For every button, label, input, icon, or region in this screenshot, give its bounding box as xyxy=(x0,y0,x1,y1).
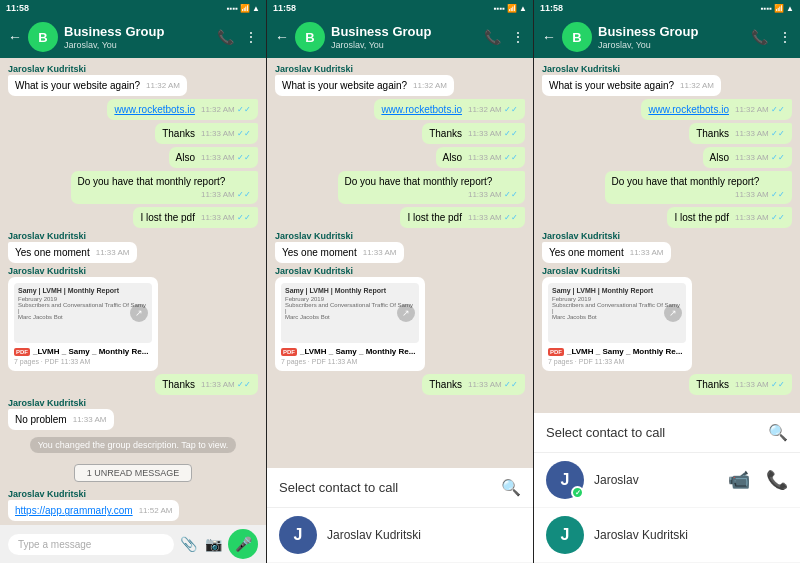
sender-name: Jaroslav Kudritski xyxy=(8,266,158,276)
message-bubble: Also 11:33 AM ✓✓ xyxy=(436,147,525,168)
contact-name: Jaroslav xyxy=(594,473,639,487)
call-icon[interactable]: 📞 xyxy=(751,29,768,45)
attach-icon[interactable]: 📎 xyxy=(180,536,197,552)
message-bubble: Thanks 11:33 AM ✓✓ xyxy=(155,123,258,144)
chat-panel-panel2: 11:58 ▪▪▪▪ 📶 ▲ ← B Business Group Jarosl… xyxy=(267,0,534,563)
doc-title: Samy | LVMH | Monthly Report xyxy=(18,287,148,294)
message-row: Thanks 11:33 AM ✓✓ xyxy=(689,374,792,395)
message-time: 11:33 AM ✓✓ xyxy=(468,153,518,163)
message-row: Thanks 11:33 AM ✓✓ xyxy=(155,123,258,144)
message-time: 11:33 AM xyxy=(630,248,664,258)
message-row: www.rocketbots.io 11:32 AM ✓✓ xyxy=(374,99,525,120)
call-icon[interactable]: 📞 xyxy=(217,29,234,45)
search-icon[interactable]: 🔍 xyxy=(768,423,788,442)
contact-avatar: J xyxy=(546,516,584,554)
header-actions: 📞 ⋮ xyxy=(751,29,792,45)
menu-icon[interactable]: ⋮ xyxy=(778,29,792,45)
doc-desc2: Marc Jacobs Bot xyxy=(18,314,148,320)
doc-desc2: Marc Jacobs Bot xyxy=(552,314,682,320)
contact-action-1[interactable]: 📞 xyxy=(766,469,788,491)
document-bubble[interactable]: Samy | LVMH | Monthly Report February 20… xyxy=(8,277,158,371)
message-time: 11:33 AM ✓✓ xyxy=(201,190,251,200)
menu-icon[interactable]: ⋮ xyxy=(244,29,258,45)
wifi-icon: ▲ xyxy=(252,4,260,13)
input-bar: Type a message 📎 📷 🎤 xyxy=(0,525,266,563)
group-avatar: B xyxy=(295,22,325,52)
document-bubble[interactable]: Samy | LVMH | Monthly Report February 20… xyxy=(542,277,692,371)
contact-name: Jaroslav Kudritski xyxy=(327,528,421,542)
message-bubble: Also 11:33 AM ✓✓ xyxy=(703,147,792,168)
filename-text: _LVMH _ Samy _ Monthly Re... xyxy=(300,347,415,356)
message-bubble: No problem 11:33 AM xyxy=(8,409,114,430)
contact-actions: 📹📞 xyxy=(728,469,788,491)
message-text: Thanks xyxy=(429,379,462,390)
message-text: Do you have that monthly report? xyxy=(78,176,226,187)
search-icon[interactable]: 🔍 xyxy=(501,478,521,497)
message-text: Yes one moment xyxy=(282,247,357,258)
status-bar: 11:58 ▪▪▪▪ 📶 ▲ xyxy=(267,0,533,16)
contact-item[interactable]: J Jaroslav Kudritski xyxy=(267,508,533,563)
message-input[interactable]: Type a message xyxy=(8,534,174,555)
system-message[interactable]: You changed the group description. Tap t… xyxy=(30,437,237,453)
chat-header: ← B Business Group Jaroslav, You 📞 ⋮ xyxy=(267,16,533,58)
message-bubble: Do you have that monthly report? 11:33 A… xyxy=(338,171,526,204)
doc-preview: Samy | LVMH | Monthly Report February 20… xyxy=(281,283,419,343)
message-row: Jaroslav Kudritski No problem 11:33 AM xyxy=(8,398,114,430)
doc-desc1: Subscribers and Conversational Traffic O… xyxy=(18,302,148,314)
message-time: 11:33 AM xyxy=(96,248,130,258)
share-icon[interactable]: ↗ xyxy=(664,304,682,322)
chat-panel-panel3: 11:58 ▪▪▪▪ 📶 ▲ ← B Business Group Jarosl… xyxy=(534,0,800,563)
doc-title: Samy | LVMH | Monthly Report xyxy=(552,287,682,294)
message-bubble: I lost the pdf 11:33 AM ✓✓ xyxy=(667,207,792,228)
message-text: I lost the pdf xyxy=(407,212,461,223)
message-row: Jaroslav Kudritski What is your website … xyxy=(8,64,187,96)
contact-item[interactable]: J ✓ Jaroslav 📹📞 xyxy=(534,453,800,508)
share-icon[interactable]: ↗ xyxy=(130,304,148,322)
wifi-icon: ▲ xyxy=(786,4,794,13)
menu-icon[interactable]: ⋮ xyxy=(511,29,525,45)
document-bubble[interactable]: Samy | LVMH | Monthly Report February 20… xyxy=(275,277,425,371)
camera-icon[interactable]: 📷 xyxy=(205,536,222,552)
status-time: 11:58 xyxy=(273,3,296,13)
back-button[interactable]: ← xyxy=(542,29,556,45)
doc-meta: 7 pages · PDF 11:33 AM xyxy=(14,358,152,365)
contact-item[interactable]: J Jaroslav Kudritski xyxy=(534,508,800,563)
message-text: Yes one moment xyxy=(549,247,624,258)
status-bar: 11:58 ▪▪▪▪ 📶 ▲ xyxy=(534,0,800,16)
message-text: www.rocketbots.io xyxy=(114,104,195,115)
doc-title: Samy | LVMH | Monthly Report xyxy=(285,287,415,294)
select-contact-bar: Select contact to call 🔍 xyxy=(534,413,800,453)
header-subtitle: Jaroslav, You xyxy=(331,40,478,50)
online-badge: ✓ xyxy=(571,486,584,499)
back-button[interactable]: ← xyxy=(8,29,22,45)
message-bubble: Also 11:33 AM ✓✓ xyxy=(169,147,258,168)
status-time: 11:58 xyxy=(540,3,563,13)
header-title: Business Group xyxy=(598,24,745,40)
call-icon[interactable]: 📞 xyxy=(484,29,501,45)
doc-filename: PDF _LVMH _ Samy _ Monthly Re... xyxy=(281,347,419,356)
header-title: Business Group xyxy=(64,24,211,40)
input-icons: 📎 📷 xyxy=(180,536,222,552)
message-bubble: I lost the pdf 11:33 AM ✓✓ xyxy=(400,207,525,228)
back-button[interactable]: ← xyxy=(275,29,289,45)
message-row: I lost the pdf 11:33 AM ✓✓ xyxy=(400,207,525,228)
message-bubble: Yes one moment 11:33 AM xyxy=(275,242,404,263)
filename-text: _LVMH _ Samy _ Monthly Re... xyxy=(33,347,148,356)
select-contact-title: Select contact to call xyxy=(279,480,398,495)
battery-icon: ▪▪▪▪ xyxy=(761,4,772,13)
status-bar: 11:58 ▪▪▪▪ 📶 ▲ xyxy=(0,0,266,16)
message-text: I lost the pdf xyxy=(674,212,728,223)
message-text: What is your website again? xyxy=(15,80,140,91)
message-bubble: Do you have that monthly report? 11:33 A… xyxy=(605,171,793,204)
header-info: Business Group Jaroslav, You xyxy=(598,24,745,50)
message-time: 11:33 AM ✓✓ xyxy=(468,213,518,223)
call-overlay: Select contact to call 🔍 J Jaroslav Kudr… xyxy=(267,468,533,563)
message-row: Jaroslav Kudritski Yes one moment 11:33 … xyxy=(8,231,137,263)
status-icons: ▪▪▪▪ 📶 ▲ xyxy=(227,4,260,13)
mic-button[interactable]: 🎤 xyxy=(228,529,258,559)
share-icon[interactable]: ↗ xyxy=(397,304,415,322)
message-row: Thanks 11:33 AM ✓✓ xyxy=(422,374,525,395)
contact-action-0[interactable]: 📹 xyxy=(728,469,750,491)
message-time: 11:33 AM ✓✓ xyxy=(201,129,251,139)
signal-icon: 📶 xyxy=(240,4,250,13)
